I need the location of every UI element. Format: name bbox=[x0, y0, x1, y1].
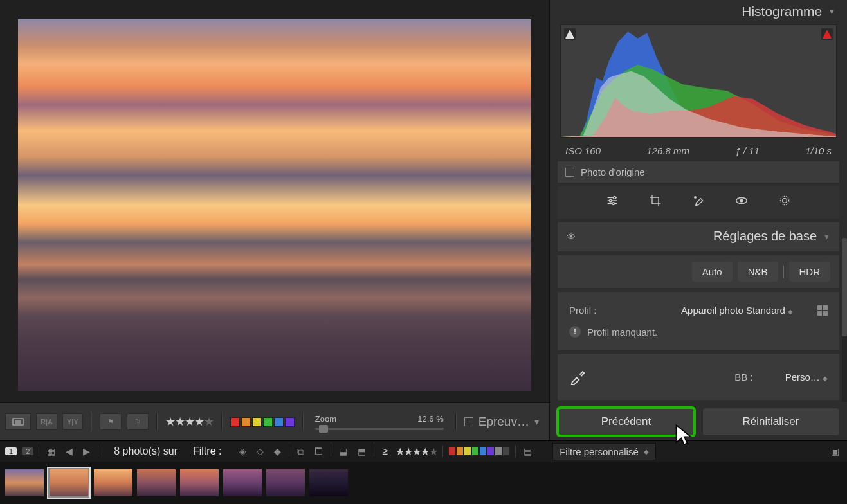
filter-color-swatch[interactable] bbox=[471, 447, 479, 456]
filmstrip-thumb[interactable] bbox=[4, 468, 45, 498]
exif-row: ISO 160 126.8 mm ƒ / 11 1/10 s bbox=[550, 141, 847, 161]
softproof-checkbox[interactable] bbox=[464, 417, 473, 426]
filmstrip-thumb[interactable] bbox=[47, 467, 91, 499]
treatment-row: Auto N&B HDR bbox=[558, 255, 839, 288]
eyedropper-tool[interactable] bbox=[569, 367, 587, 387]
filmstrip[interactable] bbox=[0, 462, 847, 504]
page-1-tab[interactable]: 1 bbox=[5, 447, 17, 455]
softproof-dropdown-icon[interactable]: ▾ bbox=[534, 417, 539, 427]
filmstrip-thumb[interactable] bbox=[222, 468, 263, 498]
svg-marker-2 bbox=[565, 30, 574, 39]
histogram-chart[interactable] bbox=[560, 24, 837, 138]
histogram-title: Histogramme bbox=[742, 4, 822, 19]
grid-view-icon[interactable]: ▦ bbox=[44, 446, 58, 456]
crop-tool-icon[interactable] bbox=[648, 193, 663, 208]
page-2-tab[interactable]: 2 bbox=[22, 447, 33, 455]
profile-value[interactable]: Appareil photo Standard ◆ bbox=[681, 305, 793, 316]
svg-marker-15 bbox=[677, 425, 691, 444]
svg-point-9 bbox=[612, 203, 615, 205]
mask-tool-icon[interactable] bbox=[777, 193, 792, 208]
previous-button[interactable]: Précédent bbox=[558, 408, 695, 436]
main-image-preview[interactable] bbox=[0, 0, 549, 402]
zoom-slider[interactable] bbox=[315, 428, 444, 430]
hdr-button[interactable]: HDR bbox=[789, 262, 831, 282]
filter-color-swatch[interactable] bbox=[495, 447, 502, 456]
filter-color-swatch[interactable] bbox=[448, 447, 456, 456]
original-label: Photo d'origine bbox=[581, 166, 645, 177]
color-swatch[interactable] bbox=[252, 417, 262, 427]
filmstrip-thumb[interactable] bbox=[265, 468, 306, 498]
collapse-icon: ▼ bbox=[823, 233, 830, 240]
next-arrow-icon[interactable]: ▶ bbox=[80, 446, 93, 456]
before-after-ra-button[interactable]: R|A bbox=[36, 413, 57, 430]
filter-color-swatch[interactable] bbox=[502, 447, 510, 456]
filter-color-swatch[interactable] bbox=[487, 447, 495, 456]
filter-color-swatch[interactable] bbox=[464, 447, 471, 456]
svg-point-10 bbox=[695, 197, 697, 199]
layout-icon[interactable]: ⧉ bbox=[295, 446, 306, 457]
exif-aperture: ƒ / 11 bbox=[735, 145, 760, 156]
profile-row: Profil : Appareil photo Standard ◆ bbox=[567, 298, 830, 322]
exif-iso: ISO 160 bbox=[565, 145, 601, 156]
preview-toolbar: R|A Y|Y ⚑ ⚐ ★★★★★ Zoom 12.6 % bbox=[0, 402, 549, 440]
heal-tool-icon[interactable] bbox=[691, 193, 706, 208]
reject-flag-button[interactable]: ⚐ bbox=[127, 413, 149, 430]
flag-filter-reject-icon[interactable]: ◆ bbox=[271, 446, 284, 456]
reset-button[interactable]: Réinitialiser bbox=[702, 408, 839, 436]
compare-vh-icon[interactable]: ⬒ bbox=[355, 446, 369, 456]
edit-tool-icon[interactable] bbox=[605, 193, 620, 208]
basic-title: Réglages de base bbox=[576, 229, 817, 244]
flag-filter-icon[interactable]: ◈ bbox=[237, 446, 249, 456]
photo-count-text: 8 photo(s) sur bbox=[104, 446, 188, 457]
bw-button[interactable]: N&B bbox=[738, 262, 778, 282]
histogram-header[interactable]: Histogramme ▼ bbox=[550, 0, 847, 22]
filter-dropdown[interactable]: Filtre personnalisé ◆ bbox=[552, 443, 656, 460]
filmstrip-thumb[interactable] bbox=[308, 468, 349, 498]
custom-filter-icon[interactable]: ▤ bbox=[521, 446, 534, 456]
zoom-label: Zoom bbox=[315, 414, 336, 424]
highlight-clip-indicator[interactable] bbox=[821, 28, 833, 40]
rating-stars[interactable]: ★★★★★ bbox=[165, 415, 214, 429]
filter-color-swatch[interactable] bbox=[479, 447, 487, 456]
filter-color-swatch[interactable] bbox=[456, 447, 464, 456]
layout-icon-2[interactable]: ⧠ bbox=[311, 446, 325, 456]
color-swatch[interactable] bbox=[241, 417, 251, 427]
action-button-row: Précédent Réinitialiser bbox=[550, 403, 847, 440]
filter-lock-icon[interactable]: ▣ bbox=[828, 446, 842, 456]
wb-label: BB : bbox=[734, 372, 752, 382]
filter-bar: 1 2 ▦ ◀ ▶ 8 photo(s) sur Filtre : ◈ ◇ ◆ … bbox=[0, 440, 847, 462]
shadow-clip-indicator[interactable] bbox=[564, 28, 576, 40]
filmstrip-thumb[interactable] bbox=[136, 468, 177, 498]
flag-filter-off-icon[interactable]: ◇ bbox=[254, 446, 266, 456]
compare-hv-icon[interactable]: ⬓ bbox=[336, 446, 350, 456]
profile-warning-text: Profil manquant. bbox=[587, 327, 657, 338]
color-swatch[interactable] bbox=[274, 417, 284, 427]
profile-browser-icon[interactable] bbox=[817, 305, 828, 316]
filter-color-labels[interactable] bbox=[448, 447, 510, 456]
visibility-eye-icon[interactable]: 👁 bbox=[567, 231, 576, 242]
original-photo-row[interactable]: Photo d'origine bbox=[558, 161, 839, 183]
before-after-yy-button[interactable]: Y|Y bbox=[62, 413, 83, 430]
profile-label: Profil : bbox=[569, 305, 597, 316]
prev-arrow-icon[interactable]: ◀ bbox=[63, 446, 75, 456]
color-swatch[interactable] bbox=[263, 417, 273, 427]
color-swatch[interactable] bbox=[230, 417, 240, 427]
zoom-value: 12.6 % bbox=[417, 414, 443, 424]
right-panel-scrollbar[interactable] bbox=[842, 238, 847, 402]
tool-strip bbox=[558, 186, 839, 219]
flag-button[interactable]: ⚑ bbox=[100, 413, 122, 430]
filmstrip-thumb[interactable] bbox=[93, 468, 134, 498]
color-label-swatches[interactable] bbox=[230, 417, 295, 427]
redeye-tool-icon[interactable] bbox=[734, 193, 749, 208]
svg-point-12 bbox=[740, 199, 743, 202]
color-swatch[interactable] bbox=[285, 417, 295, 427]
filter-rating-stars[interactable]: ★★★★★ bbox=[396, 446, 437, 458]
loupe-view-button[interactable] bbox=[5, 413, 31, 430]
wb-dropdown[interactable]: Perso… ◆ bbox=[785, 372, 828, 382]
zoom-control[interactable]: Zoom 12.6 % bbox=[311, 414, 448, 430]
basic-panel-header[interactable]: 👁 Réglages de base ▼ bbox=[567, 229, 830, 249]
profile-warning-row: ! Profil manquant. bbox=[567, 323, 830, 344]
filmstrip-thumb[interactable] bbox=[179, 468, 220, 498]
auto-button[interactable]: Auto bbox=[692, 262, 733, 282]
original-checkbox[interactable] bbox=[565, 168, 574, 177]
